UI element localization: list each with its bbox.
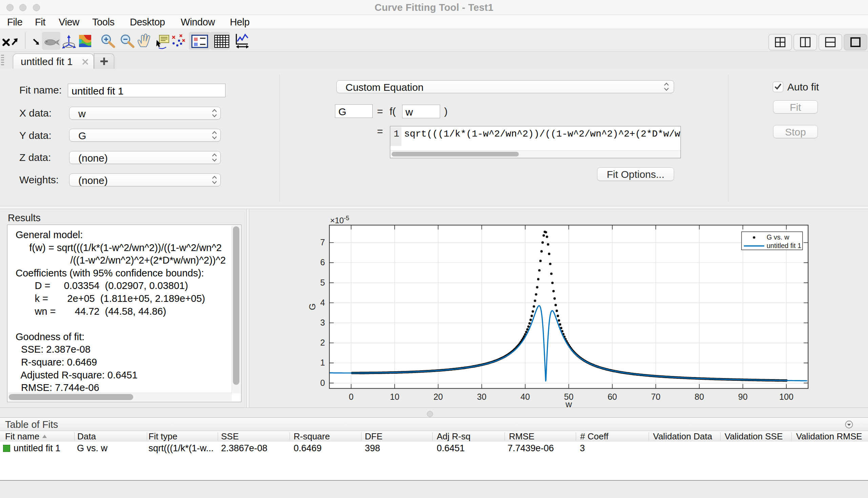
svg-text:60: 60 [608,392,617,402]
svg-text:6: 6 [320,258,325,267]
svg-text:100: 100 [779,392,793,402]
svg-text:70: 70 [651,392,661,402]
svg-text:5: 5 [320,278,325,287]
svg-text:×10-5: ×10-5 [330,215,349,225]
svg-text:90: 90 [738,392,748,402]
svg-text:w: w [565,399,572,408]
svg-text:40: 40 [521,392,530,402]
svg-text:2: 2 [320,338,325,347]
svg-text:20: 20 [433,392,443,402]
svg-text:10: 10 [390,392,399,402]
svg-text:G vs. w: G vs. w [767,233,789,241]
svg-text:4: 4 [320,298,325,307]
svg-text:7: 7 [320,237,325,247]
svg-text:1: 1 [320,358,325,367]
svg-text:0: 0 [349,392,354,402]
svg-text:80: 80 [695,392,704,402]
svg-text:G: G [307,303,317,310]
svg-text:30: 30 [477,392,487,402]
svg-text:3: 3 [320,318,325,327]
svg-text:untitled fit 1: untitled fit 1 [767,242,801,249]
svg-text:0: 0 [320,378,325,388]
